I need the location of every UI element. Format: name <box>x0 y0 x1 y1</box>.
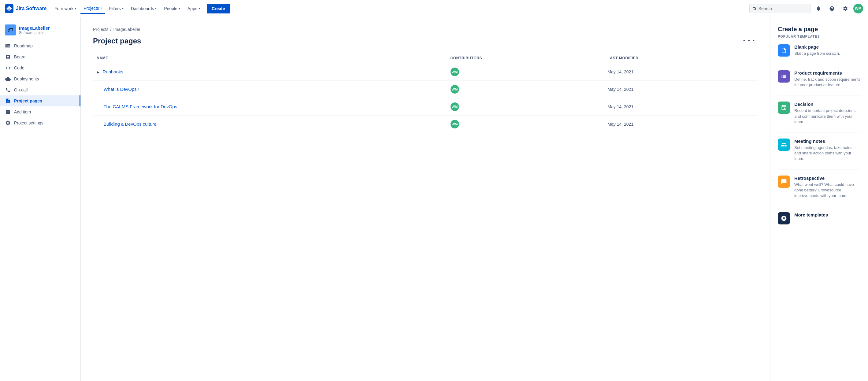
sidebar: 🏷 ImageLabeller Software project Roadmap… <box>0 17 81 381</box>
avatar[interactable]: WM <box>853 4 863 13</box>
deployments-icon <box>5 76 11 82</box>
create-button[interactable]: Create <box>207 4 230 13</box>
contributor-avatar: WM <box>451 120 459 128</box>
app-layout: 🏷 ImageLabeller Software project Roadmap… <box>0 17 868 381</box>
template-desc: Define, track and scope requirements for… <box>794 77 861 88</box>
template-icon <box>778 138 790 151</box>
table-cell-last-modified: May 14, 2021 <box>604 98 758 116</box>
sidebar-label-oncall: On-call <box>14 88 28 92</box>
breadcrumb-sep: / <box>111 27 112 32</box>
table-cell-last-modified: May 14, 2021 <box>604 116 758 133</box>
template-divider <box>778 95 861 95</box>
page-link[interactable]: Runbooks <box>102 69 123 74</box>
nav-projects[interactable]: Projects ▾ <box>81 3 105 14</box>
table-cell-name: ▶ Runbooks <box>93 63 447 81</box>
search-icon <box>753 6 757 11</box>
template-item-2[interactable]: Decision Record important project decisi… <box>778 101 861 125</box>
template-item-0[interactable]: Blank page Start a page from scratch. <box>778 44 861 57</box>
template-item-4[interactable]: Retrospective What went well? What could… <box>778 176 861 199</box>
nav-people[interactable]: People ▾ <box>161 4 183 13</box>
col-last-modified: Last modified <box>604 54 758 63</box>
main-content: Projects / ImageLabeller Project pages •… <box>81 17 770 381</box>
popular-templates-label: Popular Templates <box>778 35 861 38</box>
row-expand-icon[interactable]: ▶ <box>97 70 99 74</box>
sidebar-item-roadmap[interactable]: Roadmap <box>0 40 81 51</box>
more-options-button[interactable]: • • • <box>740 35 758 46</box>
contributor-avatar: WM <box>451 102 459 111</box>
nav-your-work[interactable]: Your work ▾ <box>51 4 79 13</box>
table-cell-name: Building a DevOps culture <box>93 116 447 133</box>
template-info: Product requirements Define, track and s… <box>794 70 861 88</box>
project-name[interactable]: ImageLabeller <box>19 25 50 31</box>
template-info: Decision Record important project decisi… <box>794 101 861 125</box>
search-box[interactable] <box>749 4 810 13</box>
template-desc: What went well? What could have gone bet… <box>794 182 861 199</box>
right-panel-title: Create a page <box>778 26 861 33</box>
template-icon <box>778 212 790 224</box>
chevron-icon: ▾ <box>100 6 102 10</box>
template-item-3[interactable]: Meeting notes Set meeting agendas, take … <box>778 138 861 162</box>
template-icon <box>778 101 790 114</box>
breadcrumb-imagelabeller: ImageLabeller <box>113 27 141 32</box>
sidebar-project: 🏷 ImageLabeller Software project <box>0 22 81 40</box>
last-modified-text: May 14, 2021 <box>608 69 633 74</box>
template-desc: Set meeting agendas, take notes, and sha… <box>794 145 861 162</box>
right-panel: Create a page Popular Templates Blank pa… <box>770 17 868 381</box>
chevron-icon: ▾ <box>198 7 200 10</box>
sidebar-label-add: Add item <box>14 109 31 114</box>
template-divider <box>778 132 861 132</box>
sidebar-item-board[interactable]: Board <box>0 51 81 62</box>
table-cell-last-modified: May 14, 2021 <box>604 81 758 98</box>
template-name: Blank page <box>794 44 840 50</box>
template-info: Retrospective What went well? What could… <box>794 176 861 199</box>
project-info: ImageLabeller Software project <box>19 25 50 35</box>
nav-apps[interactable]: Apps ▾ <box>184 4 203 13</box>
template-name: More templates <box>794 212 828 217</box>
sidebar-label-deployments: Deployments <box>14 76 39 81</box>
nav-dashboards[interactable]: Dashboards ▾ <box>128 4 160 13</box>
settings-button[interactable] <box>840 3 851 14</box>
template-name: Retrospective <box>794 176 861 181</box>
sidebar-item-project-pages[interactable]: Project pages <box>0 95 81 106</box>
page-link[interactable]: The CALMS Framework for DevOps <box>103 104 177 109</box>
template-name: Product requirements <box>794 70 861 75</box>
sidebar-label-code: Code <box>14 65 24 70</box>
template-desc: Start a page from scratch. <box>794 51 840 56</box>
sidebar-item-add[interactable]: Add item <box>0 106 81 118</box>
notifications-button[interactable] <box>813 3 824 14</box>
sidebar-item-code[interactable]: Code <box>0 62 81 73</box>
project-type: Software project <box>19 31 50 35</box>
chevron-icon: ▾ <box>155 7 157 10</box>
sidebar-label-settings: Project settings <box>14 121 43 125</box>
page-link[interactable]: Building a DevOps culture <box>103 121 156 127</box>
col-name: Name <box>93 54 447 63</box>
sidebar-item-deployments[interactable]: Deployments <box>0 73 81 85</box>
template-desc: Record important project decisions and c… <box>794 108 861 125</box>
nav-filters[interactable]: Filters ▾ <box>106 4 127 13</box>
template-info: Blank page Start a page from scratch. <box>794 44 840 56</box>
table-cell-contributors: WM <box>447 116 604 133</box>
breadcrumb-projects[interactable]: Projects <box>93 27 108 32</box>
search-input[interactable] <box>758 6 807 11</box>
last-modified-text: May 14, 2021 <box>608 87 633 92</box>
page-link[interactable]: What is DevOps? <box>103 87 139 92</box>
template-divider <box>778 169 861 169</box>
project-pages-icon <box>5 98 11 104</box>
table-cell-last-modified: May 14, 2021 <box>604 63 758 81</box>
sidebar-item-project-settings[interactable]: Project settings <box>0 118 81 128</box>
last-modified-text: May 14, 2021 <box>608 104 633 109</box>
sidebar-item-oncall[interactable]: On-call <box>0 85 81 95</box>
template-item-5[interactable]: More templates <box>778 212 861 224</box>
chevron-icon: ▾ <box>122 7 124 10</box>
table-row: Building a DevOps culture WM May 14, 202… <box>93 116 758 133</box>
jira-logo[interactable]: Jira Software <box>5 4 46 13</box>
table-cell-contributors: WM <box>447 98 604 116</box>
template-name: Meeting notes <box>794 138 861 144</box>
sidebar-label-board: Board <box>14 55 25 59</box>
help-button[interactable] <box>827 3 837 14</box>
template-divider <box>778 64 861 64</box>
table-row: The CALMS Framework for DevOps WM May 14… <box>93 98 758 116</box>
template-info: More templates <box>794 212 828 217</box>
template-divider <box>778 206 861 206</box>
template-item-1[interactable]: Product requirements Define, track and s… <box>778 70 861 88</box>
